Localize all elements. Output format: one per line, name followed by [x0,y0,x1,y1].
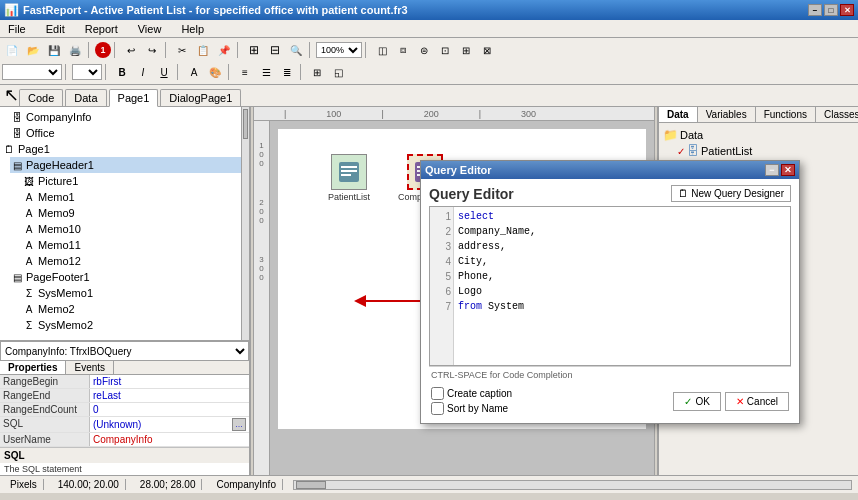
undo-button[interactable]: ↩ [121,41,141,59]
right-tab-functions[interactable]: Functions [756,107,816,122]
right-tab-data[interactable]: Data [659,107,698,122]
tab-data[interactable]: Data [65,89,106,106]
underline-button[interactable]: U [154,63,174,81]
new-button[interactable]: 📄 [2,41,22,59]
create-caption-checkbox[interactable] [431,387,444,400]
new-query-icon: 🗒 [678,188,688,199]
window-title: FastReport - Active Patient List - for s… [23,4,408,16]
patientlist-svg [337,160,361,184]
dialog-title-bar[interactable]: Query Editor − ✕ [421,161,799,179]
text-icon-1: A [22,190,36,204]
right-tab-variables[interactable]: Variables [698,107,756,122]
horizontal-ruler: | 100 | 200 | 300 [254,107,654,121]
dialog-close-button[interactable]: ✕ [781,164,795,176]
grid-button[interactable]: ⊞ [244,41,264,59]
tree-item-memo2[interactable]: A Memo2 [22,301,247,317]
sql-edit-button[interactable]: … [232,418,246,431]
tab-properties[interactable]: Properties [0,361,66,374]
align-center-button[interactable]: ☰ [256,63,276,81]
status-pos1: 140.00; 20.00 [52,479,126,490]
cancel-button[interactable]: ✕ Cancel [725,392,789,411]
prop-row-rangeendcount: RangeEndCount 0 [0,403,249,417]
redo-button[interactable]: ↪ [142,41,162,59]
tree-item-picture1[interactable]: 🖼 Picture1 [22,173,247,189]
cut-button[interactable]: ✂ [172,41,192,59]
dialog-action-buttons: ✓ OK ✕ Cancel [673,392,789,411]
close-button[interactable]: ✕ [840,4,854,16]
align2-button[interactable]: ⧈ [393,41,413,59]
paste-button[interactable]: 📌 [214,41,234,59]
maximize-button[interactable]: □ [824,4,838,16]
bold-button[interactable]: B [112,63,132,81]
menu-view[interactable]: View [134,22,166,36]
tree-item-pageheader1[interactable]: ▤ PageHeader1 [10,157,247,173]
sort-by-name-checkbox[interactable] [431,402,444,415]
tb-sep-f2 [105,64,109,80]
tab-page1[interactable]: Page1 [109,89,159,107]
data-tree-patientlist[interactable]: ✓ 🗄 PatientList [663,143,854,159]
tree-item-memo1[interactable]: A Memo1 [22,189,247,205]
tree-view[interactable]: 🗄 CompanyInfo 🗄 Office 🗒 Page1 ▤ PageHea… [0,107,249,340]
menu-edit[interactable]: Edit [42,22,69,36]
tree-item-memo12[interactable]: A Memo12 [22,253,247,269]
toolbar-area: 📄 📂 💾 🖨️ 1 ↩ ↪ ✂ 📋 📌 ⊞ ⊟ 🔍 100% ◫ ⧈ ⊜ ⊡ … [0,38,858,85]
db-icon: 🗄 [10,110,24,124]
save-button[interactable]: 💾 [44,41,64,59]
dialog-footer: Create caption Sort by Name ✓ OK ✕ Cance… [429,383,791,417]
align-button[interactable]: ◫ [372,41,392,59]
tree-item-pagefooter1[interactable]: ▤ PageFooter1 [10,269,247,285]
size-button[interactable]: ⊡ [435,41,455,59]
zoom-select[interactable]: 100% [316,42,362,58]
align-right-button[interactable]: ≣ [277,63,297,81]
space-button[interactable]: ⊜ [414,41,434,59]
tree-item-sysmemo2[interactable]: Σ SysMemo2 [22,317,247,333]
font-size-select[interactable] [72,64,102,80]
italic-button[interactable]: I [133,63,153,81]
new-query-designer-button[interactable]: 🗒 New Query Designer [671,185,791,202]
sql-editor[interactable]: 1234567 select Company_Name, address, Ci… [429,206,791,366]
bring-button[interactable]: ⊠ [477,41,497,59]
tab-events[interactable]: Events [66,361,114,374]
ok-button[interactable]: ✓ OK [673,392,720,411]
tab-dialogpage1[interactable]: DialogPage1 [160,89,241,106]
tree-item-sysmemo1[interactable]: Σ SysMemo1 [22,285,247,301]
menu-report[interactable]: Report [81,22,122,36]
order-button[interactable]: ⊞ [456,41,476,59]
copy-button[interactable]: 📋 [193,41,213,59]
bg-color-button[interactable]: 🎨 [205,63,225,81]
right-tab-classes[interactable]: Classes [816,107,858,122]
menu-help[interactable]: Help [177,22,208,36]
tree-item-memo10[interactable]: A Memo10 [22,221,247,237]
print-button[interactable]: 🖨️ [65,41,85,59]
tree-item-page1[interactable]: 🗒 Page1 [2,141,247,157]
sum-icon-2: Σ [22,318,36,332]
mouse-cursor-icon: ↖ [4,84,19,106]
zoom-button[interactable]: 🔍 [286,41,306,59]
tree-scrollbar[interactable] [241,107,249,340]
open-button[interactable]: 📂 [23,41,43,59]
dialog-minimize-button[interactable]: − [765,164,779,176]
ok-checkmark-icon: ✓ [684,396,692,407]
color2-button[interactable]: ◱ [328,63,348,81]
svg-rect-1 [341,166,357,168]
horizontal-scrollbar[interactable] [293,480,852,490]
frame-button[interactable]: ⊞ [307,63,327,81]
grid2-button[interactable]: ⊟ [265,41,285,59]
tree-item-memo11[interactable]: A Memo11 [22,237,247,253]
tab-bar: ↖ Code Data Page1 DialogPage1 [0,85,858,107]
sql-code-area[interactable]: select Company_Name, address, City, Phon… [454,207,790,365]
tree-item-companyinfo[interactable]: 🗄 CompanyInfo [10,109,247,125]
align-left-button[interactable]: ≡ [235,63,255,81]
component-selector[interactable]: CompanyInfo: TfrxIBOQuery [0,341,249,361]
text-color-button[interactable]: A [184,63,204,81]
menu-file[interactable]: File [4,22,30,36]
vertical-ruler: 100 200 300 [254,121,270,475]
minimize-button[interactable]: − [808,4,822,16]
font-select[interactable] [2,64,62,80]
patientlist-component[interactable]: PatientList [328,154,370,202]
status-bar: Pixels 140.00; 20.00 28.00; 28.00 Compan… [0,475,858,493]
tree-item-memo9[interactable]: A Memo9 [22,205,247,221]
tab-code[interactable]: Code [19,89,63,106]
tree-item-office[interactable]: 🗄 Office [10,125,247,141]
dialog-title-text: Query Editor [425,164,492,176]
